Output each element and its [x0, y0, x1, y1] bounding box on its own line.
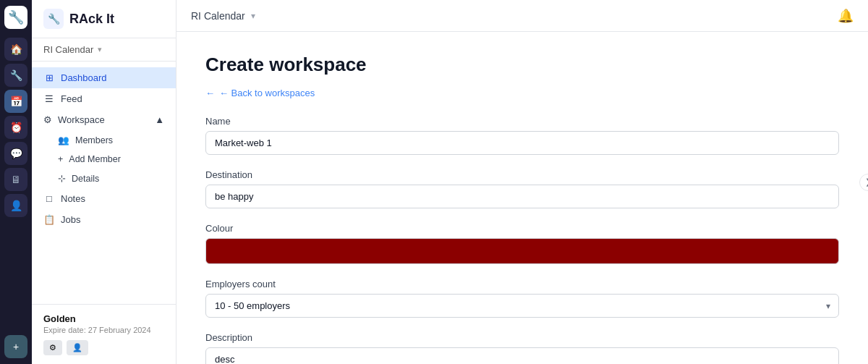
icon-rail: 🔧 🏠 🔧 📅 ⏰ 💬 🖥 👤 + [0, 0, 32, 364]
footer-user-btn[interactable]: 👤 [67, 340, 88, 355]
back-link[interactable]: ← ← Back to workspaces [205, 88, 839, 98]
workspace-left: ⚙ Workspace [43, 114, 105, 125]
notes-icon: □ [43, 193, 55, 204]
top-bar-left: RI Calendar ▾ [191, 10, 255, 22]
notes-label: Notes [61, 193, 85, 204]
main-area: RI Calendar ▾ 🔔 Create workspace ← ← Bac… [176, 0, 868, 364]
plan-name: Golden [43, 313, 164, 324]
workspace-header[interactable]: ⚙ Workspace ▲ [32, 109, 176, 130]
page-title: Create workspace [205, 54, 839, 76]
app-name: RAck It [69, 12, 114, 27]
employers-count-select[interactable]: 1 - 10 employers 10 - 50 employers 50 - … [205, 294, 839, 318]
destination-label: Destination [205, 169, 839, 180]
expire-date: 27 February 2024 [88, 326, 151, 334]
details-icon: ⊹ [58, 173, 66, 184]
expire-info: Expire date: 27 February 2024 [43, 326, 164, 334]
tool-icon[interactable]: 🔧 [4, 64, 27, 87]
calendar-chevron: ▾ [98, 45, 102, 54]
workspace-label: Workspace [58, 114, 105, 125]
destination-input[interactable] [205, 185, 839, 208]
workspace-icon: ⚙ [43, 114, 52, 125]
add-member-icon: + [58, 154, 63, 164]
workspace-chevron: ▲ [155, 114, 164, 125]
add-icon[interactable]: + [4, 335, 27, 358]
home-icon[interactable]: 🏠 [4, 38, 27, 61]
message-icon[interactable]: 💬 [4, 142, 27, 165]
members-label: Members [75, 135, 113, 145]
nav-item-dashboard[interactable]: ⊞ Dashboard [32, 67, 176, 88]
add-member-label: Add Member [69, 154, 121, 164]
footer-settings-btn[interactable]: ⚙ [43, 340, 62, 355]
jobs-label: Jobs [61, 214, 80, 225]
nav-logo-icon: 🔧 [43, 9, 64, 29]
employers-select-wrapper: 1 - 10 employers 10 - 50 employers 50 - … [205, 294, 839, 318]
nav-item-feed[interactable]: ☰ Feed [32, 88, 176, 109]
nav-footer: Golden Expire date: 27 February 2024 ⚙ 👤 [32, 304, 176, 364]
notification-bell-icon[interactable]: 🔔 [838, 8, 854, 24]
content-area: Create workspace ← ← Back to workspaces … [176, 32, 868, 364]
destination-field-group: Destination [205, 169, 839, 208]
details-label: Details [72, 174, 99, 184]
sidebar-toggle-icon: ❯ [865, 177, 869, 187]
nav-sub-add-member[interactable]: + Add Member [32, 150, 176, 169]
colour-swatch[interactable] [205, 238, 839, 264]
footer-controls: ⚙ 👤 [43, 340, 164, 355]
back-link-label: ← Back to workspaces [219, 88, 315, 98]
description-label: Description [205, 332, 839, 343]
topbar-calendar-label: RI Calendar [191, 10, 245, 22]
top-bar: RI Calendar ▾ 🔔 [176, 0, 868, 32]
jobs-icon: 📋 [43, 214, 55, 225]
nav-header: 🔧 RAck It [32, 0, 176, 38]
name-input[interactable] [205, 131, 839, 155]
dashboard-icon: ⊞ [43, 72, 55, 83]
monitor-icon[interactable]: 🖥 [4, 168, 27, 191]
description-field-group: Description [205, 332, 839, 364]
back-arrow-icon: ← [205, 88, 215, 98]
clock-icon[interactable]: ⏰ [4, 116, 27, 139]
nav-panel: 🔧 RAck It RI Calendar ▾ ⊞ Dashboard ☰ Fe… [32, 0, 176, 364]
nav-item-notes[interactable]: □ Notes [32, 188, 176, 209]
name-label: Name [205, 116, 839, 127]
dashboard-label: Dashboard [61, 72, 107, 83]
calendar-bar[interactable]: RI Calendar ▾ [32, 38, 176, 62]
app-logo: 🔧 [4, 6, 27, 29]
expire-label: Expire date: [43, 326, 86, 334]
topbar-chevron: ▾ [251, 11, 255, 21]
nav-items: ⊞ Dashboard ☰ Feed ⚙ Workspace ▲ 👥 Membe… [32, 62, 176, 304]
nav-sub-details[interactable]: ⊹ Details [32, 169, 176, 188]
employers-count-label: Employers count [205, 279, 839, 289]
colour-label: Colour [205, 223, 839, 234]
calendar-icon[interactable]: 📅 [4, 90, 27, 113]
feed-label: Feed [61, 93, 82, 104]
name-field-group: Name [205, 116, 839, 155]
calendar-label: RI Calendar [43, 44, 93, 55]
nav-sub-members[interactable]: 👥 Members [32, 130, 176, 150]
person-icon[interactable]: 👤 [4, 194, 27, 217]
nav-item-jobs[interactable]: 📋 Jobs [32, 209, 176, 230]
colour-field-group: Colour [205, 223, 839, 264]
employers-count-field-group: Employers count 1 - 10 employers 10 - 50… [205, 279, 839, 318]
members-icon: 👥 [58, 135, 69, 145]
feed-icon: ☰ [43, 93, 55, 104]
description-input[interactable] [205, 347, 839, 364]
logo-emoji: 🔧 [8, 9, 24, 25]
